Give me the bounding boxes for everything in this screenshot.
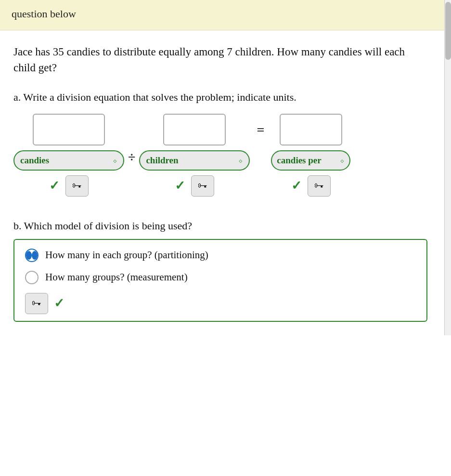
key-button-1[interactable]: 🗝 [65,175,89,197]
dropdown-1-arrow: ⬦ [113,156,117,165]
radio-option-2-text: How many groups? (measurement) [45,271,188,283]
top-banner: question below [0,0,451,30]
banner-text: question below [12,8,76,20]
unit-dropdown-1[interactable]: candies ⬦ [13,150,124,171]
radio-fill-1 [26,251,32,260]
check-icon-2: ✓ [175,178,185,193]
equation-input-1[interactable] [33,114,105,145]
check-key-row-1: ✓ 🗝 [49,175,89,197]
dropdown-3-arrow: ⬦ [340,156,345,165]
dropdown-1-value: candies [20,155,49,166]
divide-operator: ÷ [124,141,139,173]
equation-col-1: candies ⬦ ✓ 🗝 [13,114,124,200]
dropdown-2-value: children [146,155,178,166]
unit-dropdown-3[interactable]: candies per ⬦ [271,150,350,171]
part-a-label: a. Write a division equation that solves… [13,90,423,105]
part-b-label: b. Which model of division is being used… [13,220,429,232]
dropdown-2-arrow: ⬦ [238,156,243,165]
radio-options-box: How many in each group? (partitioning) H… [13,239,427,322]
equation-input-2[interactable] [163,114,226,145]
equation-col-2: children ⬦ ✓ 🗝 [139,114,250,200]
check-icon-b: ✓ [54,296,64,311]
question-text: Jace has 35 candies to distribute equall… [13,44,423,76]
radio-option-1[interactable]: How many in each group? (partitioning) [25,249,416,262]
key-button-3[interactable]: 🗝 [308,175,331,197]
equals-operator: = [250,114,271,138]
radio-option-2[interactable]: How many groups? (measurement) [25,271,416,284]
key-button-b[interactable]: 🗝 [25,293,48,314]
check-icon-3: ✓ [291,178,302,193]
equation-input-3[interactable] [280,114,342,145]
key-icon-b: 🗝 [32,298,41,309]
key-icon-1: 🗝 [72,180,82,191]
radio-circle-1[interactable] [25,249,39,262]
radio-option-1-text: How many in each group? (partitioning) [45,249,208,261]
check-key-row-2: ✓ 🗝 [175,175,214,197]
part-b-section: b. Which model of division is being used… [13,220,429,322]
radio-circle-2[interactable] [25,271,39,284]
key-icon-2: 🗝 [198,180,207,191]
unit-dropdown-2[interactable]: children ⬦ [139,150,250,171]
dropdown-3-value: candies per [277,155,321,166]
check-icon-1: ✓ [49,178,60,193]
check-key-row-3: ✓ 🗝 [291,175,331,197]
bottom-check-key-row: 🗝 ✓ [25,293,416,314]
key-button-2[interactable]: 🗝 [191,175,214,197]
equation-col-3: candies per ⬦ ✓ 🗝 [271,114,350,200]
key-icon-3: 🗝 [314,180,324,191]
